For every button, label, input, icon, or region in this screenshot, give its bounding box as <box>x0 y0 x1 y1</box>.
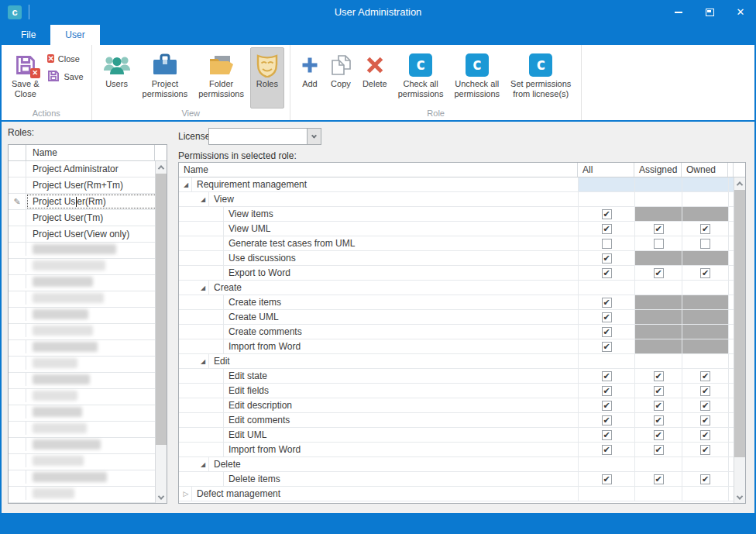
checkbox-checked[interactable]: ✔ <box>654 474 664 484</box>
checkbox-checked[interactable]: ✔ <box>602 312 612 322</box>
role-row[interactable]: Project Administrator <box>9 161 167 177</box>
checkbox-checked[interactable]: ✔ <box>602 430 612 440</box>
role-row-redacted[interactable] <box>9 389 167 405</box>
expander-expanded-icon[interactable]: ◢ <box>199 284 207 291</box>
permissions-scrollbar-thumb[interactable] <box>734 190 745 457</box>
permission-cell-owned[interactable]: ✔ <box>682 266 728 280</box>
permission-cell-assigned[interactable]: ✔ <box>634 472 682 486</box>
permission-row[interactable]: Delete items✔✔✔ <box>179 472 745 487</box>
scroll-up-button[interactable] <box>734 177 745 189</box>
checkbox-checked[interactable]: ✔ <box>602 386 612 396</box>
save-button[interactable]: Save <box>47 70 83 84</box>
checkbox-checked[interactable]: ✔ <box>602 445 612 455</box>
checkbox-checked[interactable]: ✔ <box>654 268 664 278</box>
permission-row[interactable]: Create UML✔ <box>179 310 745 325</box>
save-and-close-button[interactable]: ✕Save & Close <box>7 47 43 109</box>
check-all-permissions-button[interactable]: cCheck all permissions <box>393 47 448 109</box>
expander-expanded-icon[interactable]: ◢ <box>182 181 190 188</box>
checkbox-checked[interactable]: ✔ <box>654 430 664 440</box>
column-header-all[interactable]: All <box>578 163 634 177</box>
expander-expanded-icon[interactable]: ◢ <box>199 358 207 365</box>
permission-row[interactable]: Create items✔ <box>179 295 745 310</box>
permission-row[interactable]: Import from Word✔ <box>179 339 745 354</box>
permission-cell-assigned[interactable]: ✔ <box>634 266 682 280</box>
minimize-button[interactable] <box>672 6 685 19</box>
role-row-redacted[interactable] <box>9 291 167 308</box>
permission-cell-owned[interactable]: ✔ <box>682 222 728 236</box>
checkbox-checked[interactable]: ✔ <box>602 371 612 381</box>
uncheck-all-permissions-button[interactable]: cUncheck all permissions <box>449 47 504 109</box>
permission-cell-all[interactable]: ✔ <box>578 443 634 456</box>
permission-cell-owned[interactable]: ✔ <box>682 398 728 412</box>
role-row[interactable]: Project User(View only) <box>9 226 167 243</box>
permission-cell-all[interactable]: ✔ <box>578 295 634 309</box>
license-dropdown-button[interactable] <box>307 129 321 144</box>
permission-row[interactable]: ◢Edit <box>179 354 745 369</box>
license-combobox[interactable] <box>208 128 321 145</box>
checkbox-checked[interactable]: ✔ <box>700 401 710 411</box>
permission-cell-all[interactable]: ✔ <box>578 325 634 339</box>
checkbox-checked[interactable]: ✔ <box>602 474 612 484</box>
checkbox-checked[interactable]: ✔ <box>602 224 612 234</box>
column-header-assigned[interactable]: Assigned <box>634 163 682 177</box>
permission-row[interactable]: Edit state✔✔✔ <box>179 369 745 384</box>
permission-row[interactable]: View items✔ <box>179 207 745 222</box>
checkbox-checked[interactable]: ✔ <box>700 224 710 234</box>
checkbox-checked[interactable]: ✔ <box>602 268 612 278</box>
permission-row[interactable]: Generate test cases from UML <box>179 236 745 251</box>
role-row[interactable]: Project User(Tm) <box>9 210 167 226</box>
checkbox-checked[interactable]: ✔ <box>700 371 710 381</box>
roles-name-column-header[interactable]: Name <box>26 145 155 160</box>
roles-scrollbar[interactable] <box>155 161 167 503</box>
permission-cell-all[interactable] <box>578 236 634 250</box>
checkbox-checked[interactable]: ✔ <box>700 474 710 484</box>
permission-row[interactable]: Edit UML✔✔✔ <box>179 428 745 443</box>
column-header-owned[interactable]: Owned <box>682 163 728 177</box>
permission-cell-all[interactable]: ✔ <box>578 339 634 353</box>
role-row-redacted[interactable] <box>9 405 167 422</box>
permission-cell-assigned[interactable]: ✔ <box>634 384 682 398</box>
role-row-redacted[interactable] <box>9 357 167 373</box>
checkbox-checked[interactable]: ✔ <box>654 401 664 411</box>
permission-cell-all[interactable]: ✔ <box>578 472 634 486</box>
roles-scrollbar-thumb[interactable] <box>156 174 167 445</box>
permission-row[interactable]: ◢Delete <box>179 457 745 472</box>
expander-expanded-icon[interactable]: ◢ <box>199 196 207 203</box>
role-row-redacted[interactable] <box>9 259 167 275</box>
set-permissions-from-licenses-button[interactable]: cSet permissions from licnese(s) <box>506 47 576 109</box>
checkbox-unchecked[interactable] <box>654 239 664 249</box>
permission-cell-assigned[interactable]: ✔ <box>634 413 682 427</box>
tab-file[interactable]: File <box>6 25 50 45</box>
checkbox-checked[interactable]: ✔ <box>654 415 664 425</box>
close-window-button[interactable]: ✕ <box>734 6 747 19</box>
permission-cell-all[interactable]: ✔ <box>578 207 634 221</box>
checkbox-checked[interactable]: ✔ <box>700 430 710 440</box>
permission-cell-owned[interactable] <box>682 236 728 250</box>
permission-cell-assigned[interactable]: ✔ <box>634 398 682 412</box>
expander-collapsed-icon[interactable]: ▷ <box>182 490 190 498</box>
permission-cell-owned[interactable]: ✔ <box>682 428 728 442</box>
role-row-redacted[interactable] <box>9 438 167 454</box>
permission-cell-assigned[interactable]: ✔ <box>634 369 682 383</box>
close-button[interactable]: ✕Close <box>47 53 83 64</box>
permission-cell-all[interactable]: ✔ <box>578 266 634 280</box>
permission-cell-all[interactable]: ✔ <box>578 398 634 412</box>
role-row-redacted[interactable] <box>9 470 167 487</box>
checkbox-checked[interactable]: ✔ <box>700 268 710 278</box>
checkbox-checked[interactable]: ✔ <box>654 224 664 234</box>
permission-cell-all[interactable]: ✔ <box>578 222 634 236</box>
permission-cell-assigned[interactable]: ✔ <box>634 443 682 456</box>
permission-cell-assigned[interactable]: ✔ <box>634 222 682 236</box>
permission-row[interactable]: Export to Word✔✔✔ <box>179 266 745 281</box>
scroll-down-button[interactable] <box>156 491 167 503</box>
permission-row[interactable]: ▷Defect management <box>179 487 745 501</box>
scroll-down-button[interactable] <box>734 491 745 503</box>
column-header-name[interactable]: Name <box>179 163 578 177</box>
role-row-redacted[interactable] <box>9 243 167 259</box>
permission-cell-all[interactable]: ✔ <box>578 384 634 398</box>
checkbox-checked[interactable]: ✔ <box>654 386 664 396</box>
project-permissions-button[interactable]: Project permissions <box>138 47 193 109</box>
role-row-redacted[interactable] <box>9 308 167 324</box>
permission-cell-owned[interactable]: ✔ <box>682 443 728 456</box>
role-row-redacted[interactable] <box>9 324 167 340</box>
